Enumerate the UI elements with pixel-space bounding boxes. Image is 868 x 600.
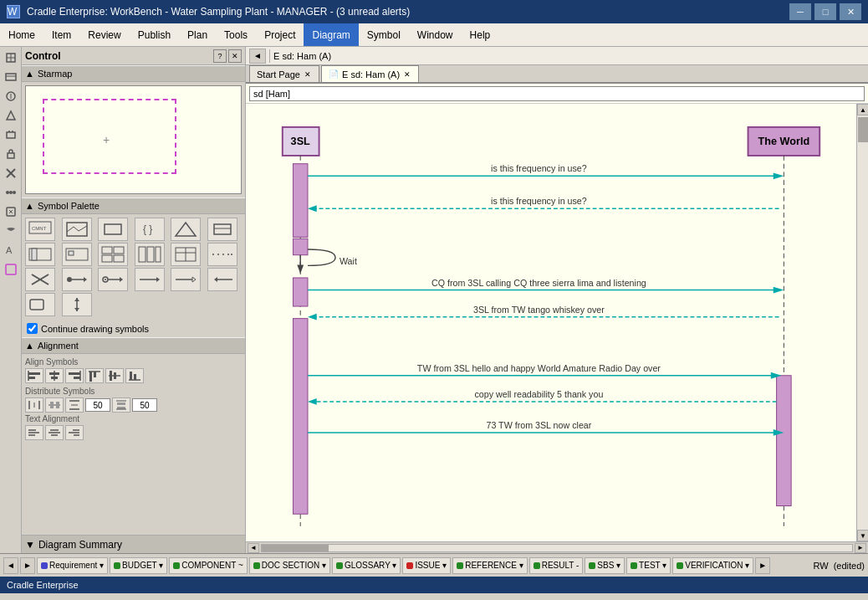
menu-home[interactable]: Home (0, 23, 43, 46)
sym-r2[interactable] (62, 243, 92, 266)
menu-window[interactable]: Window (409, 23, 462, 46)
text-align-right[interactable] (65, 425, 84, 440)
status-sbs[interactable]: SBS ▾ (585, 557, 625, 574)
menu-review[interactable]: Review (79, 23, 129, 46)
status-glossary[interactable]: GLOSSARY ▾ (332, 557, 401, 574)
tab-start-page-close[interactable]: ✕ (304, 70, 312, 79)
diagram-tb-expand[interactable]: ◄ (249, 49, 266, 64)
tool-btn-1[interactable] (2, 49, 20, 67)
sym-image[interactable] (62, 218, 92, 241)
sym-arrow-r2[interactable] (98, 268, 128, 291)
hscroll-thumb[interactable] (262, 545, 329, 551)
sym-r5[interactable] (171, 243, 201, 266)
scroll-thumb[interactable] (858, 117, 868, 142)
scroll-down-button[interactable]: ▼ (857, 530, 868, 541)
sym-r4[interactable] (135, 243, 165, 266)
vertical-scrollbar[interactable]: ▲ ▼ (856, 104, 868, 541)
dist-h2[interactable] (45, 397, 64, 413)
sym-triangle[interactable] (171, 218, 201, 241)
sym-dots[interactable] (207, 243, 237, 266)
control-help-button[interactable]: ? (213, 49, 227, 63)
menu-project[interactable]: Project (256, 23, 304, 46)
tool-btn-6[interactable] (2, 164, 20, 182)
tool-btn-2[interactable] (2, 68, 20, 86)
close-button[interactable]: ✕ (840, 3, 861, 20)
status-nav-btn[interactable]: ► (755, 557, 770, 574)
status-issue[interactable]: ISSUE ▾ (402, 557, 451, 574)
sym-x[interactable] (25, 268, 55, 291)
tool-btn-7[interactable] (2, 183, 20, 202)
status-budget[interactable]: BUDGET ▾ (110, 557, 167, 574)
diagram-summary-expand[interactable]: ▼ (25, 539, 35, 551)
align-center-h[interactable] (45, 368, 64, 383)
sym-rect2[interactable] (207, 218, 237, 241)
tool-btn-5[interactable] (2, 126, 20, 144)
scroll-up-button[interactable]: ▲ (857, 104, 868, 115)
align-bottom[interactable] (125, 368, 144, 383)
maximize-button[interactable]: □ (814, 3, 836, 20)
menu-help[interactable]: Help (462, 23, 499, 46)
menu-publish[interactable]: Publish (130, 23, 179, 46)
dist-input-2[interactable]: 50 (132, 398, 157, 412)
tool-btn-3[interactable] (2, 87, 20, 105)
status-test[interactable]: TEST ▾ (626, 557, 671, 574)
menu-tools[interactable]: Tools (216, 23, 256, 46)
sym-arrow-r1[interactable] (62, 268, 92, 291)
align-right[interactable] (65, 368, 84, 383)
align-left[interactable] (25, 368, 43, 383)
status-verification[interactable]: VERIFICATION ▾ (672, 557, 753, 574)
minimize-button[interactable]: ─ (789, 3, 811, 20)
starmap-canvas[interactable]: + (25, 85, 242, 194)
sym-arrow-r3[interactable] (135, 268, 165, 291)
dist-v2[interactable] (112, 397, 130, 413)
sym-r3[interactable] (98, 243, 128, 266)
control-close-button[interactable]: ✕ (228, 49, 242, 63)
tool-btn-8[interactable] (2, 203, 20, 221)
menu-item[interactable]: Item (43, 23, 79, 46)
horizontal-scrollbar[interactable]: ◄ ► (246, 541, 868, 553)
tab-e-sd-ham-close[interactable]: ✕ (403, 70, 411, 79)
tool-btn-4[interactable] (2, 106, 20, 125)
status-doc-section[interactable]: DOC SECTION ▾ (249, 557, 330, 574)
starmap-expand[interactable]: ▲ (25, 69, 34, 79)
sym-rect[interactable] (98, 218, 128, 241)
alignment-expand[interactable]: ▲ (25, 341, 34, 351)
align-center-v[interactable] (105, 368, 124, 383)
text-align-left[interactable] (25, 425, 43, 440)
status-reference[interactable]: REFERENCE ▾ (452, 557, 527, 574)
scroll-right-button[interactable]: ► (855, 543, 866, 553)
tool-btn-9[interactable] (2, 222, 20, 240)
sym-comment[interactable]: CMNT (25, 218, 55, 241)
diagram-summary[interactable]: ▼ Diagram Summary (22, 535, 245, 553)
menu-symbol[interactable]: Symbol (359, 23, 409, 46)
scroll-left-button[interactable]: ◄ (248, 543, 259, 553)
nav-next-button[interactable]: ► (20, 557, 35, 574)
align-top[interactable] (85, 368, 104, 383)
text-align-center[interactable] (45, 425, 64, 440)
tab-start-page[interactable]: Start Page ✕ (249, 65, 319, 82)
tool-btn-lock[interactable] (2, 145, 20, 163)
tool-btn-10[interactable]: A (2, 241, 20, 259)
sym-rect-r[interactable] (25, 293, 55, 316)
sym-arrow-l[interactable] (207, 268, 237, 291)
diagram-canvas[interactable]: 3SL The World (246, 104, 856, 541)
sym-arrow-r4[interactable] (171, 268, 201, 291)
sym-r1[interactable] (25, 243, 55, 266)
filter-input[interactable]: sd [Ham] (249, 86, 865, 101)
symbol-palette-expand[interactable]: ▲ (25, 201, 34, 211)
menu-plan[interactable]: Plan (179, 23, 216, 46)
tab-e-sd-ham[interactable]: 📄 E sd: Ham (A) ✕ (321, 65, 419, 82)
menu-diagram[interactable]: Diagram (304, 23, 358, 46)
status-component[interactable]: COMPONENT ~ (169, 557, 247, 574)
sym-updown[interactable] (62, 293, 92, 316)
sym-braces[interactable]: { } (135, 218, 165, 241)
tool-btn-11[interactable] (2, 260, 20, 279)
issue-label: ISSUE ▾ (415, 561, 447, 570)
dist-input-1[interactable]: 50 (85, 398, 110, 412)
dist-v1[interactable] (65, 397, 84, 413)
nav-prev-button[interactable]: ◄ (3, 557, 18, 574)
continue-drawing-checkbox[interactable] (27, 323, 38, 334)
dist-h1[interactable] (25, 397, 43, 413)
status-result[interactable]: RESULT - (529, 557, 584, 574)
status-requirement[interactable]: Requirement ▾ (37, 557, 108, 574)
